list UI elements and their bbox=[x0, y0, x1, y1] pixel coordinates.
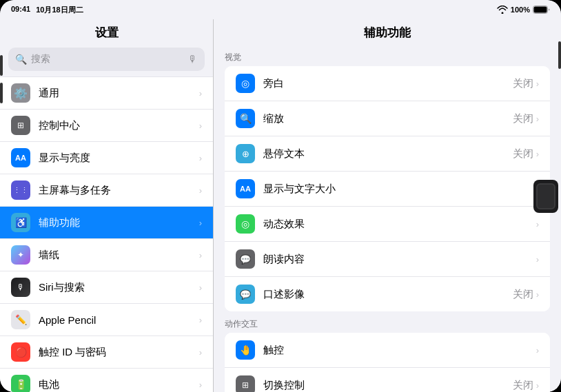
row-value: 关闭 bbox=[513, 288, 533, 301]
chevron-icon: › bbox=[199, 282, 202, 293]
row-label: 悬停文本 bbox=[263, 147, 513, 161]
sidebar-item-battery[interactable]: 🔋 电池 › bbox=[0, 369, 213, 392]
volume-up-button[interactable] bbox=[0, 55, 3, 76]
pencil-icon: ✏️ bbox=[11, 310, 30, 329]
touch-id-icon: 🔴 bbox=[11, 342, 30, 362]
sidebar-item-pencil[interactable]: ✏️ Apple Pencil › bbox=[0, 304, 213, 336]
row-voiceover[interactable]: ◎ 旁白 关闭 › bbox=[225, 66, 550, 101]
settings-group-motor: 🤚 触控 › ⊞ 切换控制 关闭 › bbox=[225, 333, 550, 392]
sidebar-item-display[interactable]: AA 显示与亮度 › bbox=[0, 142, 213, 174]
row-display-text[interactable]: AA 显示与文字大小 › bbox=[225, 172, 550, 207]
svg-rect-1 bbox=[534, 7, 547, 13]
search-icon: 🔍 bbox=[15, 54, 27, 65]
row-value: 关闭 bbox=[513, 77, 533, 90]
motion-icon: ◎ bbox=[236, 214, 255, 234]
mic-icon: 🎙 bbox=[188, 54, 198, 65]
chevron-icon: › bbox=[199, 315, 202, 325]
section-header-visual: 视觉 bbox=[214, 45, 561, 66]
home-button-hardware[interactable] bbox=[533, 180, 558, 213]
sidebar-item-wallpaper[interactable]: ✦ 墙纸 › bbox=[0, 239, 213, 271]
spoken-content-icon: 💬 bbox=[236, 249, 255, 269]
sidebar-item-label: 辅助功能 bbox=[39, 216, 199, 229]
sidebar-item-control-center[interactable]: ⊞ 控制中心 › bbox=[0, 110, 213, 142]
row-label: 显示与文字大小 bbox=[263, 183, 533, 196]
sidebar-item-label: Apple Pencil bbox=[39, 314, 199, 326]
wifi-icon bbox=[497, 6, 508, 14]
settings-group-visual: ◎ 旁白 关闭 › 🔍 缩放 关闭 › bbox=[225, 66, 550, 311]
status-bar: 09:41 10月18日周二 100% bbox=[0, 0, 561, 19]
row-zoom[interactable]: 🔍 缩放 关闭 › bbox=[225, 101, 550, 136]
row-chevron: › bbox=[536, 149, 539, 159]
touch-icon: 🤚 bbox=[236, 340, 255, 360]
chevron-icon: › bbox=[199, 185, 202, 196]
sidebar-item-label: 通用 bbox=[39, 87, 199, 100]
wallpaper-icon: ✦ bbox=[11, 245, 30, 265]
right-panel-title: 辅助功能 bbox=[214, 19, 561, 45]
status-bar-right: 100% bbox=[497, 6, 550, 14]
sidebar-item-home-screen[interactable]: ⋮⋮ 主屏幕与多任务 › bbox=[0, 174, 213, 207]
sidebar-item-label: 触控 ID 与密码 bbox=[39, 346, 199, 359]
sidebar-item-label: 墙纸 bbox=[39, 249, 199, 262]
power-button[interactable] bbox=[558, 41, 561, 69]
main-content: 设置 🔍 搜索 🎙 ⚙️ 通用 › ⊞ 控制中心 bbox=[0, 19, 561, 392]
status-bar-left: 09:41 10月18日周二 bbox=[11, 5, 83, 15]
sidebar-item-label: 主屏幕与多任务 bbox=[39, 184, 199, 197]
chevron-icon: › bbox=[199, 218, 202, 228]
row-chevron: › bbox=[536, 289, 539, 300]
date: 10月18日周二 bbox=[36, 5, 83, 15]
battery-text: 100% bbox=[511, 6, 530, 14]
sidebar-item-label: Siri与搜索 bbox=[39, 281, 199, 294]
row-label: 朗读内容 bbox=[263, 253, 533, 266]
row-value: 关闭 bbox=[513, 112, 533, 125]
row-value: 关闭 bbox=[513, 379, 533, 392]
hover-text-icon: ⊕ bbox=[236, 144, 255, 163]
chevron-icon: › bbox=[199, 347, 202, 358]
sidebar-group-1: ⚙️ 通用 › ⊞ 控制中心 › AA 显示与亮度 › bbox=[0, 76, 213, 392]
switch-control-icon: ⊞ bbox=[236, 375, 255, 392]
row-label: 旁白 bbox=[263, 77, 513, 90]
volume-down-button[interactable] bbox=[0, 83, 3, 103]
row-spoken-content[interactable]: 💬 朗读内容 › bbox=[225, 242, 550, 277]
chevron-icon: › bbox=[199, 380, 202, 390]
battery-icon: 🔋 bbox=[11, 375, 30, 392]
audio-description-icon: 💬 bbox=[236, 285, 255, 304]
section-visual: 视觉 ◎ 旁白 关闭 › 🔍 缩放 关闭 bbox=[214, 45, 561, 311]
sidebar-item-label: 控制中心 bbox=[39, 119, 199, 132]
voiceover-icon: ◎ bbox=[236, 74, 255, 93]
row-audio-description[interactable]: 💬 口述影像 关闭 › bbox=[225, 277, 550, 311]
row-chevron: › bbox=[536, 114, 539, 124]
row-label: 缩放 bbox=[263, 112, 513, 125]
sidebar-item-general[interactable]: ⚙️ 通用 › bbox=[0, 76, 213, 110]
row-chevron: › bbox=[536, 219, 539, 229]
row-hover-text[interactable]: ⊕ 悬停文本 关闭 › bbox=[225, 136, 550, 172]
row-chevron: › bbox=[536, 345, 539, 355]
row-chevron: › bbox=[536, 380, 539, 391]
row-label: 切换控制 bbox=[263, 379, 513, 392]
sidebar: 设置 🔍 搜索 🎙 ⚙️ 通用 › ⊞ 控制中心 bbox=[0, 19, 214, 392]
sidebar-item-label: 电池 bbox=[39, 378, 199, 391]
general-icon: ⚙️ bbox=[11, 83, 30, 103]
row-value: 关闭 bbox=[513, 147, 533, 161]
display-icon: AA bbox=[11, 148, 30, 167]
section-motor: 动作交互 🤚 触控 › ⊞ 切换控制 关闭 bbox=[214, 311, 561, 392]
row-label: 口述影像 bbox=[263, 288, 513, 301]
sidebar-title: 设置 bbox=[0, 19, 213, 45]
sidebar-list: ⚙️ 通用 › ⊞ 控制中心 › AA 显示与亮度 › bbox=[0, 76, 213, 392]
right-content: 视觉 ◎ 旁白 关闭 › 🔍 缩放 关闭 bbox=[214, 45, 561, 392]
sidebar-item-touch-id[interactable]: 🔴 触控 ID 与密码 › bbox=[0, 336, 213, 369]
section-header-motor: 动作交互 bbox=[214, 311, 561, 333]
screen: 09:41 10月18日周二 100% 设置 🔍 搜索 bbox=[0, 0, 561, 392]
zoom-icon: 🔍 bbox=[236, 109, 255, 128]
row-motion[interactable]: ◎ 动态效果 › bbox=[225, 207, 550, 242]
sidebar-item-siri[interactable]: 🎙 Siri与搜索 › bbox=[0, 271, 213, 304]
chevron-icon: › bbox=[199, 250, 202, 260]
battery-icon bbox=[533, 6, 550, 14]
row-switch-control[interactable]: ⊞ 切换控制 关闭 › bbox=[225, 368, 550, 392]
search-placeholder: 搜索 bbox=[31, 53, 184, 65]
row-label: 触控 bbox=[263, 344, 533, 357]
sidebar-item-label: 显示与亮度 bbox=[39, 152, 199, 165]
row-touch[interactable]: 🤚 触控 › bbox=[225, 333, 550, 368]
home-button-inner bbox=[536, 183, 555, 209]
sidebar-item-accessibility[interactable]: ♿ 辅助功能 › bbox=[0, 207, 213, 239]
search-bar[interactable]: 🔍 搜索 🎙 bbox=[8, 48, 205, 71]
